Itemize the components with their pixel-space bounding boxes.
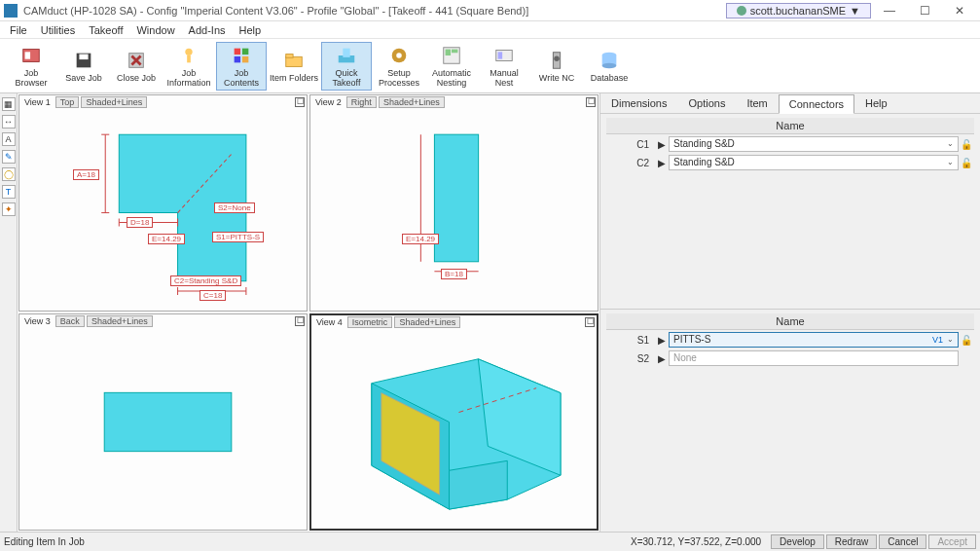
connectors-header: Name — [606, 118, 974, 134]
dim-d: D=18 — [127, 217, 153, 228]
svg-point-16 — [396, 53, 402, 58]
seam-s1-field[interactable]: PITTS-S V1 ⌄ — [669, 332, 959, 348]
svg-point-5 — [185, 48, 192, 55]
viewport-4-label: View 4 — [313, 317, 345, 327]
manual-nest-button[interactable]: Manual Nest — [479, 42, 529, 91]
viewport-1-mode2[interactable]: Shaded+Lines — [81, 96, 147, 108]
svg-rect-9 — [235, 55, 240, 61]
tool-note-icon[interactable]: ✎ — [2, 150, 16, 164]
viewport-2-header: View 2 Right Shaded+Lines — [312, 96, 445, 108]
viewport-3-header: View 3 Back Shaded+Lines — [21, 315, 153, 327]
status-coordinates: X=30.712, Y=37.522, Z=0.000 — [631, 536, 761, 547]
chevron-down-icon: ⌄ — [947, 156, 954, 169]
svg-point-26 — [602, 62, 617, 68]
setup-processes-button[interactable]: Setup Processes — [374, 42, 424, 91]
manual-nest-icon — [493, 45, 515, 66]
dim-s1: S1=PITTS-S — [212, 232, 264, 242]
svg-rect-12 — [286, 54, 293, 57]
seam-s2-field[interactable]: None — [669, 350, 959, 366]
save-job-button[interactable]: Save Job — [58, 42, 109, 91]
viewport-2-mode1[interactable]: Right — [346, 96, 377, 108]
viewport-3[interactable]: View 3 Back Shaded+Lines ☐ — [18, 313, 308, 531]
viewport-1[interactable]: View 1 Top Shaded+Lines ☐ A=18 D=18 E=14… — [18, 94, 308, 312]
connector-c2-label: C2 — [606, 158, 655, 168]
properties-panel: Dimensions Options Item Connectors Help … — [600, 93, 980, 532]
viewport-1-maximize[interactable]: ☐ — [295, 97, 305, 107]
seam-s1-badge: V1 — [932, 333, 943, 347]
viewport-4-maximize[interactable]: ☐ — [585, 317, 595, 327]
tab-help[interactable]: Help — [854, 93, 898, 113]
save-icon — [73, 50, 94, 71]
automatic-nesting-button[interactable]: Automatic Nesting — [426, 42, 477, 91]
svg-rect-21 — [498, 52, 503, 58]
job-information-button[interactable]: Job Information — [163, 42, 214, 91]
svg-rect-3 — [79, 54, 88, 59]
main-toolbar: Job Browser Save Job Close Job Job Infor… — [0, 39, 980, 93]
viewport-1-mode1[interactable]: Top — [55, 96, 80, 108]
viewport-3-mode2[interactable]: Shaded+Lines — [87, 315, 153, 327]
database-button[interactable]: Database — [584, 42, 635, 91]
job-browser-button[interactable]: Job Browser — [6, 42, 56, 91]
maximize-button[interactable]: ☐ — [908, 1, 941, 20]
viewport-3-maximize[interactable]: ☐ — [295, 316, 305, 326]
svg-rect-39 — [104, 392, 232, 451]
menu-utilities[interactable]: Utilities — [35, 23, 81, 37]
tool-text-icon[interactable]: A — [2, 132, 16, 146]
viewport-3-label: View 3 — [21, 316, 54, 326]
menu-window[interactable]: Window — [130, 23, 180, 37]
tool-tag-icon[interactable]: T — [2, 185, 16, 199]
lock-icon[interactable]: 🔓 — [959, 139, 974, 150]
expand-icon[interactable]: ▶ — [655, 335, 669, 346]
viewport-3-mode1[interactable]: Back — [55, 315, 85, 327]
viewport-4-mode1[interactable]: Isometric — [347, 316, 393, 328]
connector-c1-label: C1 — [606, 139, 655, 150]
user-badge[interactable]: scott.buchananSME ▼ — [726, 3, 871, 18]
redraw-button[interactable]: Redraw — [826, 534, 877, 549]
tab-item[interactable]: Item — [736, 93, 778, 113]
tool-palette-icon[interactable]: ✦ — [2, 202, 16, 216]
lock-icon[interactable]: 🔓 — [959, 335, 974, 346]
tool-circle-icon[interactable]: ◯ — [2, 167, 16, 181]
viewport-2-maximize[interactable]: ☐ — [586, 97, 596, 107]
minimize-button[interactable]: — — [873, 1, 906, 20]
properties-tabs: Dimensions Options Item Connectors Help — [600, 93, 980, 114]
viewport-2-mode2[interactable]: Shaded+Lines — [379, 96, 445, 108]
item-folders-button[interactable]: Item Folders — [269, 42, 319, 91]
dim-c2: C2=Standing S&D — [170, 276, 241, 286]
left-tool-strip: ▦ ↔ A ✎ ◯ T ✦ — [0, 93, 18, 532]
menu-addins[interactable]: Add-Ins — [183, 23, 232, 37]
viewport-grid: View 1 Top Shaded+Lines ☐ A=18 D=18 E=14… — [18, 93, 600, 532]
connector-c1-field[interactable]: Standing S&D⌄ — [669, 136, 959, 152]
menu-help[interactable]: Help — [234, 23, 268, 37]
menu-file[interactable]: File — [4, 23, 33, 37]
view1-drawing — [19, 95, 307, 311]
auto-nest-icon — [441, 45, 462, 66]
tab-options[interactable]: Options — [677, 93, 736, 113]
main-area: ▦ ↔ A ✎ ◯ T ✦ View 1 Top Shaded+Lines ☐ … — [0, 93, 980, 532]
connector-c2-field[interactable]: Standing S&D⌄ — [669, 155, 959, 170]
status-text: Editing Item In Job — [4, 536, 631, 547]
cancel-button[interactable]: Cancel — [879, 534, 926, 549]
viewport-4-mode2[interactable]: Shaded+Lines — [394, 316, 460, 328]
tab-connectors[interactable]: Connectors — [779, 94, 854, 114]
quick-takeoff-button[interactable]: Quick Takeoff — [321, 42, 372, 91]
write-nc-button[interactable]: Write NC — [531, 42, 582, 91]
job-contents-button[interactable]: Job Contents — [216, 42, 267, 91]
chevron-down-icon: ⌄ — [947, 333, 954, 347]
contents-icon — [231, 45, 252, 66]
lock-icon[interactable]: 🔓 — [959, 158, 974, 168]
develop-button[interactable]: Develop — [771, 534, 824, 549]
viewport-2[interactable]: View 2 Right Shaded+Lines ☐ E=14.29 B=18 — [309, 94, 599, 312]
expand-icon[interactable]: ▶ — [655, 353, 669, 364]
menu-takeoff[interactable]: Takeoff — [83, 23, 128, 37]
viewport-4[interactable]: View 4 Isometric Shaded+Lines ☐ — [309, 313, 599, 531]
expand-icon[interactable]: ▶ — [655, 158, 669, 168]
close-job-button[interactable]: Close Job — [111, 42, 162, 91]
svg-rect-19 — [452, 49, 457, 53]
expand-icon[interactable]: ▶ — [655, 139, 669, 150]
accept-button[interactable]: Accept — [928, 534, 976, 549]
tool-dimension-icon[interactable]: ↔ — [2, 115, 16, 129]
tab-dimensions[interactable]: Dimensions — [600, 93, 677, 113]
close-button[interactable]: ✕ — [943, 1, 976, 20]
tool-document-icon[interactable]: ▦ — [2, 97, 16, 111]
